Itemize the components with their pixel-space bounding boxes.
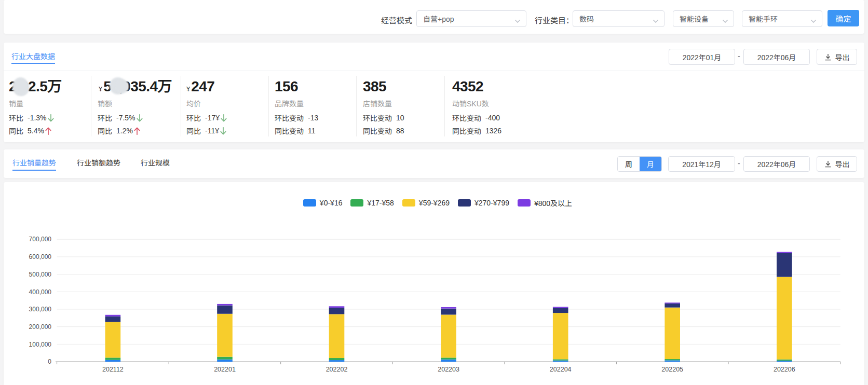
svg-text:202202: 202202 [326,366,348,373]
svg-text:600,000: 600,000 [29,253,52,260]
svg-text:202112: 202112 [102,366,124,373]
svg-text:500,000: 500,000 [29,271,52,278]
svg-text:202204: 202204 [550,366,572,373]
svg-text:202206: 202206 [774,366,795,373]
svg-text:700,000: 700,000 [29,236,52,243]
svg-text:202201: 202201 [214,366,236,373]
svg-text:400,000: 400,000 [29,288,52,296]
svg-text:202203: 202203 [438,366,459,373]
svg-text:300,000: 300,000 [29,306,52,313]
svg-text:200,000: 200,000 [29,323,52,331]
svg-text:0: 0 [48,358,51,365]
svg-text:100,000: 100,000 [29,341,52,348]
svg-text:202205: 202205 [661,366,683,373]
